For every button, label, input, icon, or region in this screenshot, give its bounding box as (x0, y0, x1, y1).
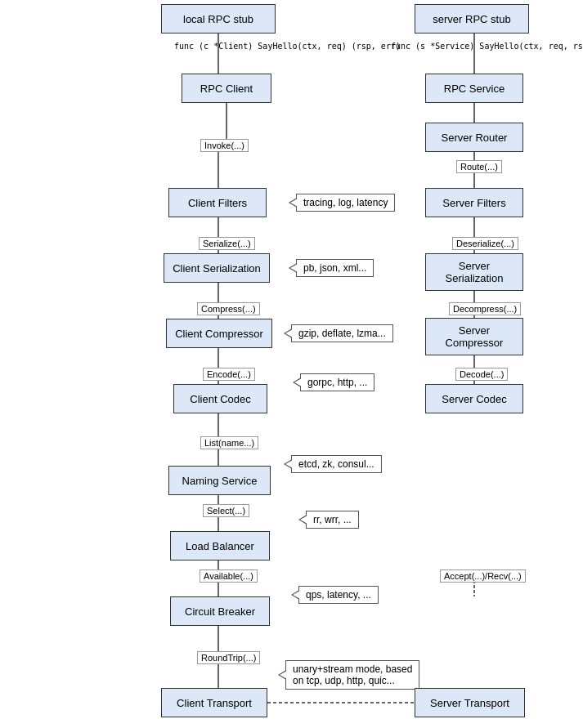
local-rpc-stub-box: local RPC stub (161, 4, 276, 33)
etcd-bubble: etcd, zk, consul... (291, 455, 382, 473)
invoke-label: Invoke(...) (200, 139, 249, 152)
client-filters-box: Client Filters (168, 188, 267, 217)
server-codec-box: Server Codec (425, 384, 523, 413)
client-serialization-label: Client Serialization (173, 262, 261, 275)
deserialize-label: Deserialize(...) (452, 237, 518, 250)
gorpc-bubble: gorpc, http, ... (300, 373, 374, 391)
available-label: Available(...) (200, 569, 258, 583)
rpc-service-label: RPC Service (444, 83, 505, 95)
client-codec-box: Client Codec (173, 384, 267, 413)
rpc-service-box: RPC Service (425, 74, 523, 103)
rpc-client-box: RPC Client (182, 74, 271, 103)
qps-bubble: qps, latency, ... (298, 586, 379, 604)
accept-label: Accept(...)/Recv(...) (440, 569, 526, 583)
server-rpc-stub-box: server RPC stub (415, 4, 529, 33)
client-compressor-box: Client Compressor (166, 319, 272, 348)
decode-label: Decode(...) (455, 368, 508, 381)
server-serialization-box: Server Serialization (425, 253, 523, 291)
server-router-box: Server Router (425, 123, 523, 152)
server-transport-box: Server Transport (415, 688, 525, 717)
server-rpc-stub-label: server RPC stub (433, 13, 510, 25)
compress-label: Compress(...) (197, 302, 260, 315)
client-compressor-label: Client Compressor (175, 328, 263, 340)
gzip-bubble: gzip, deflate, lzma... (291, 324, 393, 342)
client-transport-label: Client Transport (177, 697, 252, 709)
client-codec-label: Client Codec (190, 393, 250, 405)
server-codec-label: Server Codec (442, 393, 506, 405)
server-compressor-box: Server Compressor (425, 318, 523, 355)
naming-service-box: Naming Service (168, 466, 271, 495)
diagram: local RPC stub server RPC stub func (c *… (0, 0, 583, 728)
rpc-client-label: RPC Client (200, 83, 253, 95)
server-filters-label: Server Filters (442, 197, 505, 209)
route-label: Route(...) (456, 160, 502, 173)
unary-bubble: unary+stream mode, based on tcp, udp, ht… (285, 660, 419, 690)
pb-json-bubble: pb, json, xml... (296, 259, 374, 277)
serialize-label: Serialize(...) (199, 237, 255, 250)
naming-service-label: Naming Service (182, 475, 258, 487)
server-compressor-label: Server Compressor (446, 324, 504, 349)
server-router-label: Server Router (442, 132, 508, 144)
decompress-label: Decompress(...) (449, 302, 521, 315)
circuit-breaker-box: Circuit Breaker (170, 596, 270, 626)
server-filters-box: Server Filters (425, 188, 523, 217)
roundtrip-label: RoundTrip(...) (197, 651, 260, 664)
server-serialization-label: Server Serialization (446, 260, 504, 284)
load-balancer-label: Load Balancer (186, 540, 254, 552)
load-balancer-box: Load Balancer (170, 531, 270, 561)
client-serialization-box: Client Serialization (164, 253, 270, 283)
encode-label: Encode(...) (203, 368, 255, 381)
circuit-breaker-label: Circuit Breaker (185, 605, 255, 618)
select-label: Select(...) (203, 504, 249, 517)
client-filters-label: Client Filters (188, 197, 247, 209)
func-client-label: func (c *Client) SayHello(ctx, req) (rsp… (174, 42, 401, 51)
rr-bubble: rr, wrr, ... (306, 511, 359, 529)
list-label: List(name...) (200, 436, 258, 449)
arrows-svg (0, 0, 583, 728)
func-server-label: func (s *Service) SayHello(ctx, req, rsp… (391, 42, 583, 51)
local-rpc-stub-label: local RPC stub (183, 13, 253, 25)
server-transport-label: Server Transport (430, 697, 509, 709)
tracing-bubble: tracing, log, latency (296, 194, 395, 212)
client-transport-box: Client Transport (161, 688, 267, 717)
